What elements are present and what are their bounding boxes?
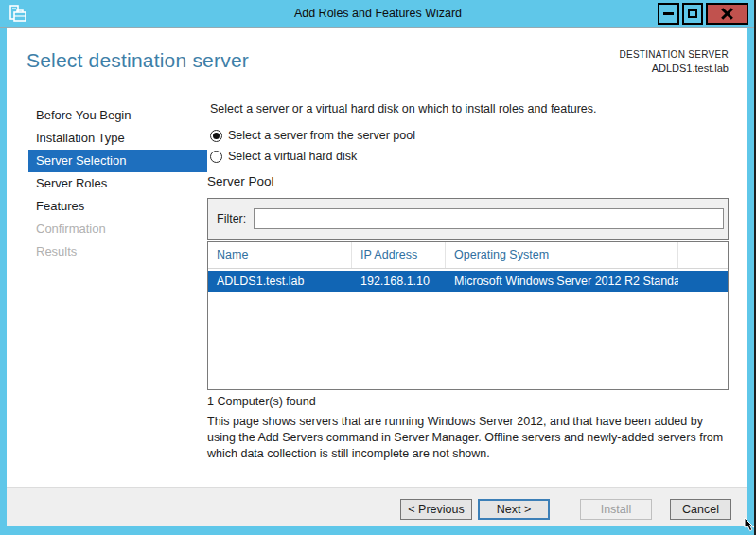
- maximize-icon: [688, 9, 697, 18]
- cell-ip-address: 192.168.1.10: [352, 271, 446, 292]
- nav-item-confirmation: Confirmation: [28, 218, 207, 241]
- cell-server-name: ADLDS1.test.lab: [208, 271, 352, 292]
- radio-server-pool-label: Select a server from the server pool: [228, 129, 415, 142]
- install-button: Install: [580, 499, 652, 520]
- close-icon: [721, 8, 733, 20]
- nav-item-server-selection[interactable]: Server Selection: [28, 150, 207, 172]
- previous-button[interactable]: < Previous: [400, 499, 472, 520]
- column-header-ip-address[interactable]: IP Address: [352, 242, 446, 268]
- destination-server-label: DESTINATION SERVER: [619, 49, 729, 60]
- window-frame-bottom: [0, 526, 754, 535]
- filter-label: Filter:: [217, 212, 246, 225]
- radio-virtual-hard-disk-circle-icon[interactable]: [210, 151, 222, 163]
- radio-server-pool-circle-icon[interactable]: [210, 130, 222, 142]
- maximize-button[interactable]: [682, 3, 703, 25]
- page-title: Select destination server: [26, 49, 249, 72]
- window-title: Add Roles and Features Wizard: [0, 0, 756, 27]
- nav-item-installation-type[interactable]: Installation Type: [28, 127, 207, 150]
- minimize-icon: [663, 12, 674, 15]
- page-description: This page shows servers that are running…: [207, 414, 727, 462]
- server-pool-table: Name IP Address Operating System ADLDS1.…: [207, 241, 729, 390]
- next-button[interactable]: Next >: [478, 499, 550, 520]
- nav-item-features[interactable]: Features: [28, 195, 207, 218]
- nav-item-before-you-begin[interactable]: Before You Begin: [28, 104, 207, 127]
- table-header-row: Name IP Address Operating System: [208, 242, 728, 269]
- filter-panel: Filter:: [207, 198, 729, 240]
- radio-server-pool[interactable]: Select a server from the server pool: [210, 128, 415, 143]
- titlebar: Add Roles and Features Wizard: [0, 0, 756, 28]
- column-header-name[interactable]: Name: [208, 242, 352, 268]
- minimize-button[interactable]: [658, 3, 679, 25]
- column-header-extra: [678, 242, 728, 268]
- nav-item-results: Results: [28, 241, 207, 263]
- wizard-window: Add Roles and Features Wizard Select des…: [0, 0, 756, 535]
- cancel-button[interactable]: Cancel: [670, 499, 731, 520]
- close-button[interactable]: [706, 3, 748, 25]
- computers-found-count: 1 Computer(s) found: [207, 395, 316, 408]
- server-pool-title: Server Pool: [207, 174, 274, 188]
- table-row[interactable]: ADLDS1.test.lab 192.168.1.10 Microsoft W…: [208, 271, 728, 292]
- window-frame-right: [747, 28, 754, 535]
- destination-server-value: ADLDS1.test.lab: [652, 62, 729, 74]
- cell-operating-system: Microsoft Windows Server 2012 R2 Standar…: [446, 271, 678, 292]
- radio-virtual-hard-disk-label: Select a virtual hard disk: [228, 150, 357, 163]
- column-header-operating-system[interactable]: Operating System: [446, 242, 678, 268]
- radio-virtual-hard-disk[interactable]: Select a virtual hard disk: [210, 149, 357, 164]
- resize-cursor-icon[interactable]: [743, 516, 756, 533]
- window-frame-left: [0, 28, 7, 535]
- filter-input[interactable]: [254, 208, 724, 229]
- nav-item-server-roles[interactable]: Server Roles: [28, 172, 207, 195]
- intro-text: Select a server or a virtual hard disk o…: [210, 102, 726, 116]
